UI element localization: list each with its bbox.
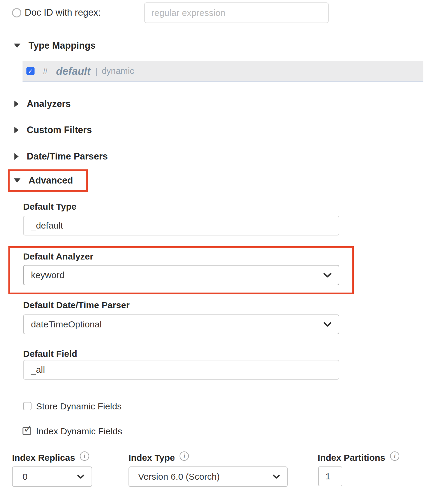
chevron-down-icon	[273, 475, 280, 479]
default-datetime-parser-value: dateTimeOptional	[31, 319, 102, 329]
store-dynamic-fields-label: Store Dynamic Fields	[36, 401, 122, 411]
section-analyzers[interactable]: Analyzers	[14, 98, 71, 110]
type-mapping-name: default	[56, 65, 91, 77]
chevron-collapsed-icon	[14, 101, 19, 107]
section-custom-filters-label: Custom Filters	[27, 125, 92, 135]
type-mapping-hash: #	[43, 66, 48, 76]
index-partitions-label: Index Partitions	[318, 453, 385, 463]
type-mapping-checkbox[interactable]: ✓	[26, 67, 35, 75]
doc-id-regex-input[interactable]	[144, 2, 329, 23]
section-analyzers-label: Analyzers	[27, 99, 71, 109]
default-field-value: _all	[31, 365, 45, 375]
chevron-down-icon	[323, 273, 331, 278]
section-custom-filters[interactable]: Custom Filters	[14, 124, 92, 136]
section-advanced[interactable]: Advanced	[14, 175, 73, 186]
default-analyzer-value: keyword	[31, 270, 65, 280]
info-icon[interactable]: i	[390, 451, 399, 461]
default-field-label: Default Field	[23, 348, 77, 359]
index-replicas-label-row: Index Replicas i	[12, 452, 89, 463]
section-type-mappings[interactable]: Type Mappings	[14, 40, 95, 51]
section-advanced-label: Advanced	[29, 175, 73, 186]
index-type-value: Version 6.0 (Scorch)	[138, 472, 220, 482]
chevron-collapsed-icon	[14, 127, 19, 133]
default-datetime-parser-select[interactable]: dateTimeOptional	[23, 314, 339, 334]
index-partitions-value: 1	[325, 471, 331, 481]
store-dynamic-fields-checkbox[interactable]	[23, 402, 32, 410]
index-replicas-select[interactable]: 0	[12, 466, 92, 487]
index-partitions-input[interactable]: 1	[318, 466, 342, 486]
index-type-select[interactable]: Version 6.0 (Scorch)	[129, 466, 288, 487]
chevron-down-icon	[77, 475, 84, 479]
info-icon[interactable]: i	[180, 451, 189, 461]
info-icon[interactable]: i	[80, 451, 89, 461]
doc-id-regex-radio[interactable]	[12, 8, 21, 17]
chevron-expanded-icon	[14, 178, 20, 183]
index-type-label-row: Index Type i	[129, 452, 189, 463]
default-type-value: _default	[31, 220, 63, 231]
section-date-time-parsers-label: Date/Time Parsers	[27, 151, 108, 162]
index-dynamic-fields-checkbox[interactable]: ✓	[23, 427, 31, 435]
type-mapping-separator: |	[95, 66, 97, 76]
default-type-label: Default Type	[23, 201, 77, 212]
default-analyzer-select[interactable]: keyword	[23, 265, 339, 285]
index-replicas-value: 0	[23, 472, 28, 482]
default-datetime-parser-label: Default Date/Time Parser	[23, 300, 130, 311]
checkmark-icon: ✓	[28, 68, 33, 75]
default-field-input[interactable]: _all	[23, 360, 339, 380]
checkmark-icon: ✓	[23, 424, 32, 434]
fts-index-settings-form: Doc ID with regex: Type Mappings ✓ # def…	[0, 0, 448, 498]
section-type-mappings-label: Type Mappings	[29, 40, 95, 51]
type-mapping-mode: dynamic	[102, 66, 134, 76]
type-mapping-row[interactable]: ✓ # default | dynamic	[23, 61, 423, 82]
index-type-label: Index Type	[129, 453, 175, 463]
default-type-input[interactable]: _default	[23, 216, 339, 235]
default-analyzer-label: Default Analyzer	[23, 251, 93, 262]
index-dynamic-fields-label: Index Dynamic Fields	[36, 426, 122, 436]
index-replicas-label: Index Replicas	[12, 453, 75, 463]
chevron-collapsed-icon	[14, 153, 19, 160]
section-date-time-parsers[interactable]: Date/Time Parsers	[14, 151, 108, 162]
doc-id-regex-label: Doc ID with regex:	[25, 7, 101, 18]
chevron-down-icon	[323, 322, 331, 327]
index-partitions-label-row: Index Partitions i	[318, 452, 399, 463]
chevron-expanded-icon	[14, 44, 20, 48]
